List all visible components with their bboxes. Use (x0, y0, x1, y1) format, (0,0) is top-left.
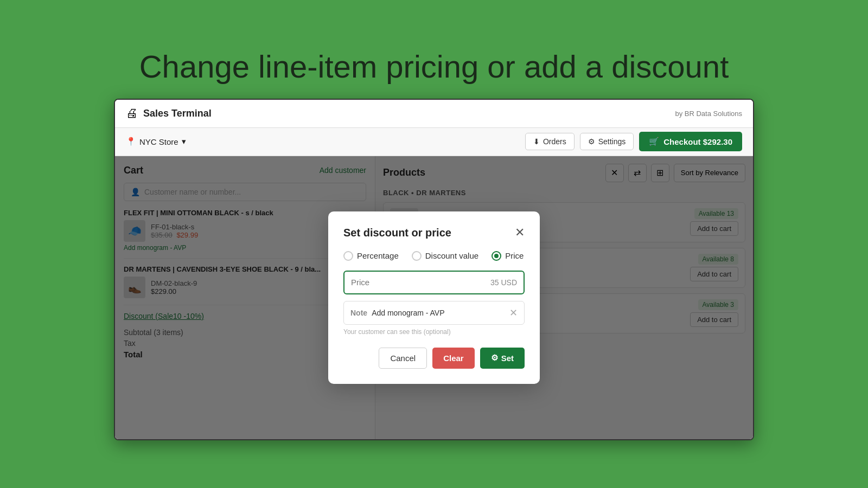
note-clear-button[interactable]: ✕ (509, 307, 518, 319)
radio-discount-value-label: Discount value (425, 251, 478, 260)
price-currency: 35 USD (490, 278, 517, 287)
radio-percentage-label: Percentage (357, 251, 399, 260)
radio-price[interactable]: Price (492, 251, 524, 261)
cancel-button[interactable]: Cancel (379, 348, 427, 369)
app-header: 🖨 Sales Terminal by BR Data Solutions (115, 100, 753, 128)
set-label: Set (501, 354, 514, 363)
toolbar-buttons: ⬇ Orders ⚙ Settings 🛒 Checkout $292.30 (525, 132, 742, 151)
note-label: Note (350, 309, 367, 317)
set-icon: ⚙ (491, 353, 498, 363)
header-left: 🖨 Sales Terminal (126, 106, 212, 120)
discount-modal: Set discount or price ✕ Percentage Disco… (328, 211, 540, 384)
store-selector[interactable]: 📍 NYC Store ▾ (126, 137, 186, 146)
set-button[interactable]: ⚙ Set (480, 348, 525, 369)
modal-overlay: Set discount or price ✕ Percentage Disco… (115, 156, 753, 439)
settings-button[interactable]: ⚙ Settings (580, 133, 634, 150)
radio-discount-value[interactable]: Discount value (412, 251, 478, 261)
cart-icon: 🛒 (649, 137, 659, 146)
radio-discount-value-circle (412, 251, 422, 261)
page-title: Change line-item pricing or add a discou… (139, 48, 729, 86)
orders-icon: ⬇ (533, 137, 540, 146)
store-name: NYC Store (139, 137, 178, 146)
radio-price-label: Price (505, 251, 524, 260)
radio-price-dot (494, 254, 499, 258)
chevron-down-icon: ▾ (182, 137, 186, 146)
price-input-wrapper: 35 USD (343, 271, 525, 294)
note-input[interactable] (372, 309, 509, 317)
app-toolbar: 📍 NYC Store ▾ ⬇ Orders ⚙ Settings 🛒 Chec… (115, 128, 753, 156)
clear-button[interactable]: Clear (432, 348, 475, 369)
note-input-wrapper: Note ✕ (343, 301, 525, 325)
orders-label: Orders (543, 137, 566, 146)
settings-label: Settings (598, 137, 626, 146)
checkout-button[interactable]: 🛒 Checkout $292.30 (639, 132, 742, 151)
orders-button[interactable]: ⬇ Orders (525, 133, 575, 150)
radio-price-circle (492, 251, 501, 261)
modal-header: Set discount or price ✕ (343, 227, 525, 239)
app-main: Cart Add customer 👤 Customer name or num… (115, 156, 753, 439)
app-title: Sales Terminal (143, 108, 212, 119)
header-by-line: by BR Data Solutions (675, 110, 742, 118)
note-hint: Your customer can see this (optional) (343, 328, 525, 336)
modal-footer: Cancel Clear ⚙ Set (343, 348, 525, 369)
radio-group: Percentage Discount value Price (343, 251, 525, 261)
location-icon: 📍 (126, 137, 136, 146)
radio-percentage-circle (343, 251, 353, 261)
app-logo-icon: 🖨 (126, 106, 138, 120)
radio-percentage[interactable]: Percentage (343, 251, 399, 261)
price-input[interactable] (351, 278, 490, 287)
app-window: 🖨 Sales Terminal by BR Data Solutions 📍 … (114, 99, 754, 440)
checkout-label: Checkout $292.30 (663, 137, 732, 146)
modal-title: Set discount or price (343, 227, 451, 239)
modal-close-button[interactable]: ✕ (515, 227, 525, 239)
settings-icon: ⚙ (588, 137, 595, 146)
